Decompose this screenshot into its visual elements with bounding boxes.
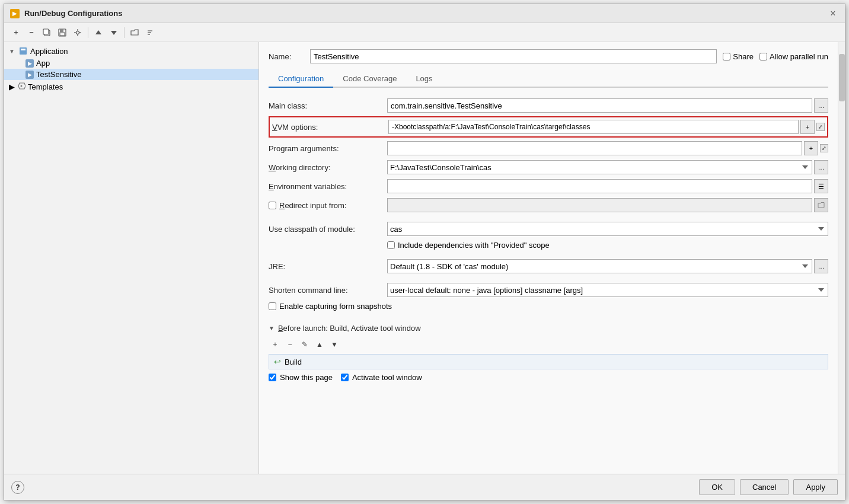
jre-browse-button[interactable]: … (814, 259, 828, 273)
vm-options-add-button[interactable]: + (800, 120, 815, 134)
add-config-button[interactable]: + (9, 25, 23, 40)
before-launch-section: ▼ Before launch: Build, Activate tool wi… (269, 320, 828, 384)
folder-button[interactable] (127, 25, 142, 40)
shorten-cmd-row: Shorten command line: user-local default… (269, 280, 828, 299)
svg-rect-1 (43, 29, 49, 34)
vm-options-expand-button[interactable]: ⤢ (816, 123, 825, 131)
tree-templates[interactable]: ▶ Templates (4, 80, 258, 94)
jre-field: Default (1.8 - SDK of 'cas' module) … (387, 259, 828, 273)
svg-point-5 (76, 31, 79, 34)
apply-button[interactable]: Apply (793, 479, 838, 495)
save-config-button[interactable] (55, 25, 69, 40)
jre-select[interactable]: Default (1.8 - SDK of 'cas' module) (387, 259, 812, 273)
launch-up-button[interactable]: ▲ (313, 338, 326, 351)
redirect-input-field (387, 198, 828, 212)
settings-config-button[interactable] (71, 25, 85, 40)
env-vars-input[interactable] (387, 179, 812, 193)
working-dir-select[interactable]: F:\JavaTest\ConsoleTrain\cas (387, 160, 812, 174)
scrollbar-thumb[interactable] (839, 54, 845, 101)
show-page-checkbox[interactable] (269, 374, 276, 381)
before-launch-arrow[interactable]: ▼ (269, 325, 275, 331)
classpath-module-label: Use classpath of module: (269, 225, 387, 234)
redirect-browse-button[interactable] (814, 198, 828, 212)
allow-parallel-checkbox-label[interactable]: Allow parallel run (759, 52, 828, 61)
enable-snapshots-checkbox[interactable] (269, 302, 276, 310)
dialog-icon: ▶ (10, 9, 20, 18)
activate-window-checkbox[interactable] (341, 374, 349, 381)
bottom-right: OK Cancel Apply (699, 479, 838, 495)
shorten-cmd-field: user-local default: none - java [options… (387, 283, 828, 297)
jre-label: JRE: (269, 262, 387, 271)
templates-arrow: ▶ (9, 82, 15, 91)
share-checkbox[interactable] (723, 53, 730, 60)
working-dir-browse-button[interactable]: … (814, 160, 828, 174)
application-label: Application (30, 47, 68, 56)
shorten-cmd-label: Shorten command line: (269, 286, 387, 295)
main-class-label: Main class: (269, 101, 387, 110)
dialog-title: Run/Debug Configurations (24, 9, 122, 18)
tree-app-child[interactable]: ▶ App (4, 58, 258, 69)
application-arrow: ▼ (9, 48, 16, 55)
svg-rect-13 (20, 47, 27, 55)
program-args-input[interactable] (387, 141, 802, 155)
save-icon (58, 28, 66, 37)
launch-add-button[interactable]: + (269, 338, 282, 351)
vm-options-label: VVM options: (272, 123, 388, 132)
sort-button[interactable] (143, 25, 157, 40)
include-deps-text: Include dependencies with "Provided" sco… (398, 241, 550, 250)
title-bar-left: ▶ Run/Debug Configurations (10, 9, 122, 18)
share-checkbox-label[interactable]: Share (723, 52, 754, 61)
move-up-button[interactable] (91, 25, 106, 40)
remove-config-button[interactable]: − (24, 25, 39, 40)
enable-snapshots-row: Enable capturing form snapshots (269, 299, 828, 313)
program-args-add-button[interactable]: + (804, 141, 818, 155)
before-launch-label: Before launch: Build, Activate tool wind… (278, 324, 421, 333)
env-vars-field: ☰ (387, 179, 828, 193)
help-button[interactable]: ? (11, 481, 24, 494)
right-panel: Name: Share Allow parallel run Configu (259, 42, 838, 474)
tab-code-coverage[interactable]: Code Coverage (333, 71, 406, 88)
include-deps-checkbox[interactable] (387, 241, 395, 249)
copy-config-button[interactable] (40, 25, 54, 40)
working-dir-label: Working directory: (269, 163, 387, 172)
tree-application[interactable]: ▼ Application (4, 44, 258, 58)
main-class-input[interactable] (387, 98, 812, 113)
launch-down-button[interactable]: ▼ (328, 338, 341, 351)
classpath-module-field: cas (387, 222, 828, 236)
allow-parallel-checkbox[interactable] (759, 53, 767, 60)
share-area: Share Allow parallel run (723, 52, 828, 61)
redirect-input[interactable] (387, 198, 812, 212)
shorten-cmd-select[interactable]: user-local default: none - java [options… (387, 283, 828, 297)
wrench-icon (74, 28, 82, 37)
testsensitive-label: TestSensitive (36, 70, 82, 79)
redirect-input-label: Redirect input from: (269, 201, 387, 210)
close-button[interactable]: × (827, 8, 839, 20)
vm-options-field: + ⤢ (388, 120, 825, 134)
main-class-browse-button[interactable]: … (814, 98, 828, 113)
vm-options-row: VVM options: + ⤢ (269, 116, 828, 138)
templates-icon (17, 82, 25, 92)
tree-testsensitive-child[interactable]: ▶ TestSensitive (4, 69, 258, 80)
configuration-form: Main class: … VVM options: + ⤢ (269, 96, 828, 313)
tab-configuration[interactable]: Configuration (269, 71, 333, 88)
env-vars-edit-button[interactable]: ☰ (814, 179, 828, 193)
vm-options-input[interactable] (388, 120, 799, 134)
program-args-row: Program arguments: + ⤢ (269, 139, 828, 158)
redirect-checkbox[interactable] (269, 202, 276, 209)
launch-edit-button[interactable]: ✎ (298, 338, 311, 351)
ok-button[interactable]: OK (699, 479, 735, 495)
bottom-left: ? (11, 481, 24, 494)
classpath-module-select[interactable]: cas (387, 222, 828, 236)
application-icon (18, 46, 28, 56)
cancel-button[interactable]: Cancel (740, 479, 789, 495)
launch-remove-button[interactable]: − (283, 338, 296, 351)
svg-rect-14 (21, 49, 25, 50)
name-row: Name: Share Allow parallel run (269, 49, 828, 63)
enable-snapshots-label[interactable]: Enable capturing form snapshots (269, 302, 392, 311)
move-down-button[interactable] (107, 25, 121, 40)
include-deps-label[interactable]: Include dependencies with "Provided" sco… (387, 241, 550, 250)
name-input[interactable] (310, 49, 717, 63)
tab-logs[interactable]: Logs (406, 71, 442, 88)
program-args-expand-button[interactable]: ⤢ (820, 144, 828, 152)
env-vars-row: Environment variables: ☰ (269, 177, 828, 196)
